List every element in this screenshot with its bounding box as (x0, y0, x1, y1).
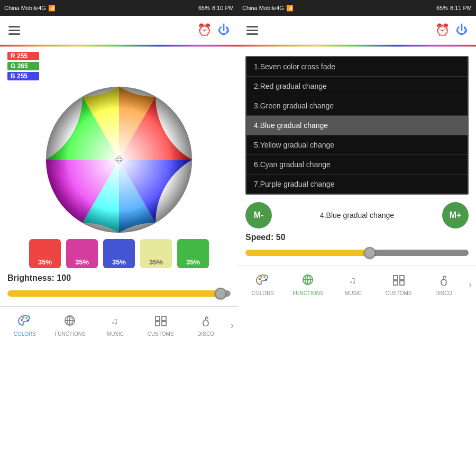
top-bar-icons-1: ⏰ ⏻ (197, 23, 230, 37)
svg-text:♫: ♫ (349, 275, 356, 286)
swatches-row: 35% 35% 35% 35% 35% (7, 239, 231, 268)
svg-rect-28 (393, 276, 398, 280)
r-badge: R 255 (7, 52, 39, 60)
color-wheel[interactable]: + (45, 86, 193, 234)
function-item-7[interactable]: 7.Purple gradual change (246, 175, 468, 194)
menu-icon-1[interactable] (8, 26, 20, 35)
function-item-3[interactable]: 3.Green gradual change (246, 96, 468, 116)
status-bar-2: China Mobile4G 📶 65% 8:11 PM (238, 0, 476, 16)
function-name-display: 4.Blue gradual change (320, 211, 394, 219)
nav-disco-2[interactable]: DISCO (421, 274, 466, 296)
nav-colors-2[interactable]: COLORS (240, 274, 286, 296)
nav-more-1[interactable]: › (228, 318, 236, 333)
disco-icon-2 (437, 274, 451, 289)
nav-colors-label-2: COLORS (252, 290, 274, 296)
swatch-red-label: 35% (38, 258, 52, 266)
svg-point-5 (21, 319, 23, 321)
carrier-info-1: China Mobile4G 📶 (4, 5, 56, 12)
bottom-nav-2: COLORS FUNCTIONS ♫ MUSIC CUSTOMS (238, 266, 476, 304)
power-icon-1[interactable]: ⏻ (218, 23, 230, 37)
svg-rect-29 (400, 276, 404, 280)
menu-icon-2[interactable] (246, 26, 258, 35)
alarm-icon-1[interactable]: ⏰ (197, 23, 212, 37)
brightness-slider-thumb[interactable] (215, 288, 226, 299)
nav-more-2[interactable]: › (466, 277, 474, 292)
svg-rect-17 (162, 322, 166, 326)
swatch-blue[interactable]: 35% (103, 239, 135, 268)
svg-point-18 (203, 320, 208, 326)
content-2: 1.Seven color cross fade 2.Red gradual c… (238, 47, 476, 266)
speed-slider-thumb[interactable] (364, 247, 376, 259)
nav-colors-label-1: COLORS (14, 331, 36, 337)
carrier-info-2: China Mobile4G 📶 (242, 5, 294, 12)
nav-customs-1[interactable]: CUSTOMS (138, 315, 184, 337)
function-item-5[interactable]: 5.Yellow gradual change (246, 135, 468, 155)
swatch-yellow-label: 35% (149, 258, 163, 266)
swatch-blue-label: 35% (112, 258, 126, 266)
g-badge: G 265 (7, 62, 39, 70)
m-minus-button[interactable]: M- (245, 202, 272, 228)
music-icon-2: ♫ (346, 274, 360, 289)
swatch-green[interactable]: 35% (177, 239, 209, 268)
nav-functions-label-1: FUNCTIONS (54, 331, 85, 337)
svg-rect-14 (155, 316, 160, 321)
nav-customs-label-1: CUSTOMS (148, 331, 174, 337)
svg-point-8 (27, 319, 29, 322)
controls-row: M- 4.Blue gradual change M+ (245, 202, 469, 228)
nav-music-2[interactable]: ♫ MUSIC (331, 274, 376, 296)
swatch-red[interactable]: 35% (29, 239, 61, 268)
color-wheel-svg: + (45, 86, 193, 234)
function-item-4[interactable]: 4.Blue gradual change (246, 116, 468, 135)
time-2: 8:11 PM (450, 5, 472, 11)
function-item-1[interactable]: 1.Seven color cross fade (246, 57, 468, 77)
swatch-yellow[interactable]: 35% (140, 239, 172, 268)
disco-icon-1 (199, 315, 213, 329)
speed-slider-track[interactable] (245, 250, 469, 256)
swatch-green-label: 35% (186, 258, 200, 266)
content-1: R 255 G 265 B 255 (0, 47, 238, 306)
nav-customs-2[interactable]: CUSTOMS (376, 274, 422, 296)
top-bar-icons-2: ⏰ ⏻ (435, 23, 468, 37)
color-wheel-container: + (7, 86, 231, 234)
top-bar-2: ⏰ ⏻ (238, 16, 476, 45)
colors-icon-2 (256, 274, 270, 289)
carrier-1: China Mobile4G (4, 5, 46, 11)
phone2: China Mobile4G 📶 65% 8:11 PM ⏰ ⏻ 1.S (238, 0, 476, 476)
svg-rect-31 (400, 281, 404, 285)
customs-icon-1 (154, 315, 168, 329)
swatch-magenta[interactable]: 35% (66, 239, 98, 268)
time-battery-1: 65% 8:10 PM (198, 5, 234, 11)
svg-point-21 (263, 276, 266, 278)
svg-point-20 (260, 276, 262, 278)
nav-functions-2[interactable]: FUNCTIONS (286, 274, 331, 296)
nav-music-1[interactable]: ♫ MUSIC (93, 315, 138, 337)
music-icon-1: ♫ (108, 315, 122, 329)
phone1-wrapper: 1. China Mobile4G 📶 65% 8:10 PM ⏰ ⏻ (0, 0, 238, 476)
rgb-badges: R 255 G 265 B 255 (7, 52, 231, 80)
signal-icon-2: 📶 (286, 5, 294, 12)
m-plus-button[interactable]: M+ (442, 202, 469, 228)
alarm-icon-2[interactable]: ⏰ (435, 23, 450, 37)
bottom-nav-1: COLORS FUNCTIONS ♫ MUSIC CUSTOMS (0, 306, 238, 344)
function-item-6[interactable]: 6.Cyan gradual change (246, 155, 468, 175)
function-item-2[interactable]: 2.Red gradual change (246, 77, 468, 96)
power-icon-2[interactable]: ⏻ (456, 23, 468, 37)
brightness-slider-container (7, 286, 231, 301)
function-list: 1.Seven color cross fade 2.Red gradual c… (245, 56, 469, 195)
nav-disco-label-2: DISCO (435, 290, 452, 296)
nav-music-label-2: MUSIC (345, 290, 362, 296)
nav-colors-1[interactable]: COLORS (2, 315, 48, 337)
time-battery-2: 65% 8:11 PM (436, 5, 472, 11)
nav-functions-1[interactable]: FUNCTIONS (48, 315, 93, 337)
nav-disco-1[interactable]: DISCO (183, 315, 228, 337)
customs-icon-2 (392, 274, 406, 289)
swatch-magenta-label: 35% (75, 258, 89, 266)
top-bar-1: ⏰ ⏻ (0, 16, 238, 45)
speed-slider-container (245, 245, 469, 260)
time-1: 8:10 PM (212, 5, 234, 11)
svg-text:+: + (115, 152, 123, 167)
brightness-slider-track[interactable] (7, 290, 231, 297)
phone1: China Mobile4G 📶 65% 8:10 PM ⏰ ⏻ (0, 0, 238, 476)
signal-icon: 📶 (48, 5, 56, 12)
speed-label: Speed: 50 (245, 233, 469, 242)
